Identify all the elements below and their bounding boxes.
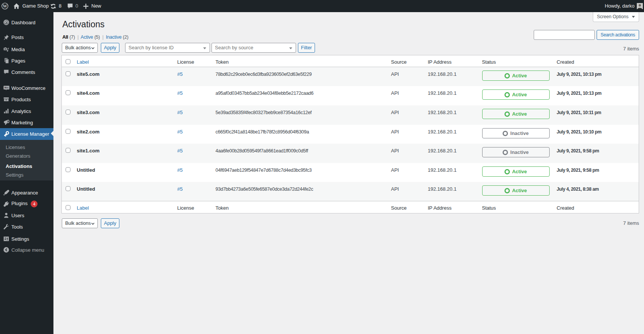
svg-text:W: W bbox=[3, 4, 7, 9]
svg-text:Woo: Woo bbox=[5, 87, 8, 89]
